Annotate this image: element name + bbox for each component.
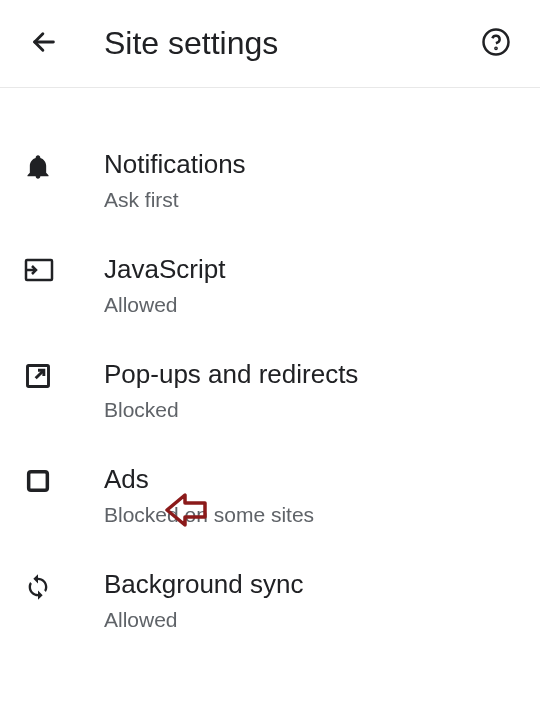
item-text: Pop-ups and redirects Blocked [104,358,358,423]
ads-icon [24,463,80,495]
header: Site settings [0,0,540,88]
page-title: Site settings [104,25,476,62]
svg-point-2 [495,47,496,48]
popup-icon [24,358,80,390]
settings-item-javascript[interactable]: JavaScript Allowed [0,233,540,338]
item-text: Notifications Ask first [104,148,246,213]
item-subtitle: Blocked [104,396,358,423]
sync-icon [24,568,80,602]
settings-item-ads[interactable]: Ads Blocked on some sites [0,443,540,548]
svg-rect-7 [29,472,48,491]
item-text: Ads Blocked on some sites [104,463,314,528]
item-title: JavaScript [104,253,225,287]
settings-item-background-sync[interactable]: Background sync Allowed [0,548,540,653]
settings-list: Notifications Ask first JavaScript Allow… [0,88,540,653]
back-button[interactable] [24,24,64,64]
item-subtitle: Allowed [104,606,303,633]
settings-item-notifications[interactable]: Notifications Ask first [0,128,540,233]
bell-icon [24,148,80,182]
help-icon [481,27,511,61]
back-arrow-icon [30,28,58,60]
item-title: Notifications [104,148,246,182]
item-subtitle: Blocked on some sites [104,501,314,528]
help-button[interactable] [476,24,516,64]
item-title: Ads [104,463,314,497]
item-subtitle: Allowed [104,291,225,318]
item-title: Background sync [104,568,303,602]
settings-item-popups[interactable]: Pop-ups and redirects Blocked [0,338,540,443]
javascript-icon [24,253,80,283]
item-subtitle: Ask first [104,186,246,213]
item-title: Pop-ups and redirects [104,358,358,392]
item-text: Background sync Allowed [104,568,303,633]
item-text: JavaScript Allowed [104,253,225,318]
